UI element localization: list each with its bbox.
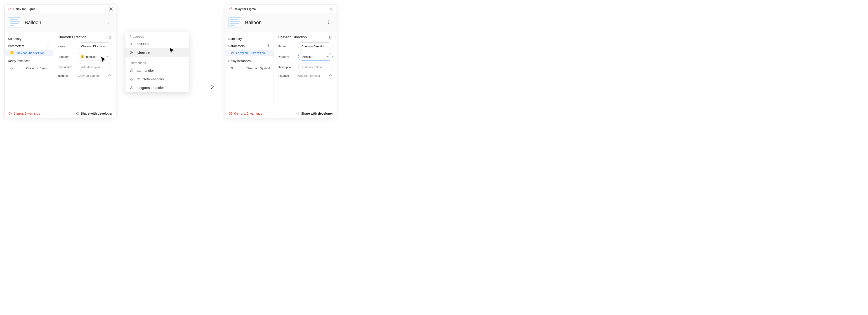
brand: Relay for Figma bbox=[8, 6, 35, 11]
component-thumbnail bbox=[228, 18, 241, 28]
add-parameter-icon[interactable] bbox=[46, 44, 50, 48]
sidebar-param-chevron-direction[interactable]: Chevron Direction bbox=[225, 50, 274, 56]
warning-icon: ! bbox=[81, 55, 84, 58]
kebab-menu-icon[interactable] bbox=[107, 20, 112, 25]
property-select[interactable]: Direction bbox=[298, 53, 333, 61]
sidebar-instance-chevron-symbol[interactable]: Chevron Symbol bbox=[225, 65, 274, 72]
share-with-developer-button[interactable]: Share with developer bbox=[75, 112, 113, 115]
menu-column: Properties children Direction Interactio… bbox=[125, 4, 189, 92]
sidebar-parameters-header: Parameters bbox=[225, 42, 274, 50]
row-instance: Instance Chevron Symbol bbox=[57, 74, 112, 78]
close-icon[interactable] bbox=[329, 7, 333, 11]
detail-title: Chevron Direction bbox=[278, 35, 307, 39]
menu-item-direction[interactable]: Direction bbox=[125, 48, 189, 57]
menu-group-interactions: Interactions bbox=[125, 58, 189, 66]
add-parameter-icon[interactable] bbox=[267, 44, 270, 48]
property-menu: Properties children Direction Interactio… bbox=[125, 32, 189, 92]
component-header: Balloon bbox=[225, 13, 337, 32]
topbar: Relay for Figma bbox=[5, 5, 116, 13]
sidebar-relay-instances-header: Relay instances bbox=[5, 57, 53, 65]
sidebar: Summary Parameters ! Chevron Direction R… bbox=[5, 32, 53, 109]
menu-item-longpress-handler[interactable]: longpress-handler bbox=[125, 83, 189, 92]
brand: Relay for Figma bbox=[228, 6, 256, 11]
menu-item-tap-handler[interactable]: tap-handler bbox=[125, 66, 189, 75]
description-input[interactable]: Add description bbox=[298, 63, 333, 71]
transition-arrow-icon bbox=[198, 33, 216, 90]
row-name: Name Chevron Direction bbox=[57, 42, 112, 50]
name-input[interactable]: Chevron Direction bbox=[78, 42, 112, 50]
row-name: Name Chevron Direction bbox=[278, 42, 333, 50]
error-icon bbox=[8, 112, 12, 115]
detail-pane: Chevron Direction Name Chevron Direction… bbox=[53, 32, 116, 109]
property-select[interactable]: ! direction bbox=[78, 53, 112, 61]
direction-icon bbox=[129, 50, 133, 55]
svg-point-11 bbox=[328, 23, 329, 24]
row-property: Property ! direction bbox=[57, 53, 112, 61]
row-instance: Instance Chevron Symbol bbox=[278, 74, 333, 78]
row-property: Property Direction bbox=[278, 53, 333, 61]
sidebar-parameters-header: Parameters bbox=[5, 42, 53, 50]
name-input[interactable]: Chevron Direction bbox=[298, 42, 333, 50]
direction-icon bbox=[230, 51, 234, 55]
svg-point-2 bbox=[107, 23, 108, 24]
delete-icon[interactable] bbox=[108, 35, 112, 39]
svg-point-9 bbox=[328, 20, 329, 21]
component-title: Balloon bbox=[25, 20, 41, 26]
description-input[interactable]: Add description bbox=[78, 63, 112, 71]
component-title: Balloon bbox=[245, 20, 261, 26]
chevron-down-icon bbox=[327, 55, 329, 59]
chevron-down-icon bbox=[106, 55, 109, 59]
instance-value: Chevron Symbol bbox=[298, 74, 326, 77]
app-name: Relay for Figma bbox=[13, 7, 35, 11]
status-errors[interactable]: 0 errors, 2 warnings bbox=[229, 112, 262, 115]
share-icon bbox=[75, 112, 79, 115]
diamond-icon bbox=[230, 66, 234, 70]
row-description: Description Add description bbox=[57, 63, 112, 71]
svg-point-3 bbox=[109, 75, 111, 76]
component-thumbnail bbox=[8, 18, 21, 28]
share-with-developer-button[interactable]: Share with developer bbox=[296, 112, 333, 115]
warning-icon: ! bbox=[10, 51, 14, 55]
share-icon bbox=[296, 112, 299, 115]
relay-logo-icon bbox=[228, 6, 232, 11]
error-icon bbox=[229, 112, 232, 115]
footer: 0 errors, 2 warnings Share with develope… bbox=[225, 109, 337, 118]
return-arrow-icon bbox=[129, 42, 133, 46]
delete-icon[interactable] bbox=[329, 35, 333, 39]
detail-pane: Chevron Direction Name Chevron Direction… bbox=[274, 32, 337, 109]
sidebar-summary[interactable]: Summary bbox=[225, 35, 274, 42]
footer: 1 error, 2 warnings Share with developer bbox=[5, 109, 116, 118]
tap-icon bbox=[129, 68, 133, 72]
relay-logo-icon bbox=[8, 6, 12, 11]
app-name: Relay for Figma bbox=[234, 7, 256, 11]
sidebar: Summary Parameters Chevron Direction Rel… bbox=[225, 32, 274, 109]
component-header: Balloon bbox=[5, 13, 116, 32]
sidebar-summary[interactable]: Summary bbox=[5, 35, 53, 42]
menu-item-children[interactable]: children bbox=[125, 40, 189, 48]
longpress-icon bbox=[129, 85, 133, 90]
topbar: Relay for Figma bbox=[225, 5, 337, 13]
svg-point-13 bbox=[330, 75, 331, 76]
sidebar-param-chevron-direction[interactable]: ! Chevron Direction bbox=[5, 50, 53, 56]
target-icon[interactable] bbox=[108, 74, 112, 78]
svg-point-0 bbox=[107, 20, 108, 21]
plugin-panel-after: Relay for Figma Balloon Summary Paramete… bbox=[225, 4, 337, 118]
menu-group-properties: Properties bbox=[125, 32, 189, 40]
doubletap-icon bbox=[129, 77, 133, 81]
svg-point-1 bbox=[107, 22, 108, 22]
instance-value: Chevron Symbol bbox=[78, 74, 106, 77]
plugin-panel-before: Relay for Figma Balloon Summary Paramete… bbox=[4, 4, 116, 118]
menu-item-doubletap-handler[interactable]: doubletap-handler bbox=[125, 75, 189, 83]
diamond-icon bbox=[10, 66, 13, 70]
target-icon[interactable] bbox=[329, 74, 333, 78]
sidebar-relay-instances-header: Relay instances bbox=[225, 57, 274, 65]
sidebar-instance-chevron-symbol[interactable]: Chevron Symbol bbox=[5, 65, 53, 72]
row-description: Description Add description bbox=[278, 63, 333, 71]
svg-point-10 bbox=[328, 22, 329, 22]
kebab-menu-icon[interactable] bbox=[328, 20, 333, 25]
close-icon[interactable] bbox=[109, 7, 113, 11]
detail-title: Chevron Direction bbox=[57, 35, 86, 39]
status-errors[interactable]: 1 error, 2 warnings bbox=[8, 112, 40, 115]
